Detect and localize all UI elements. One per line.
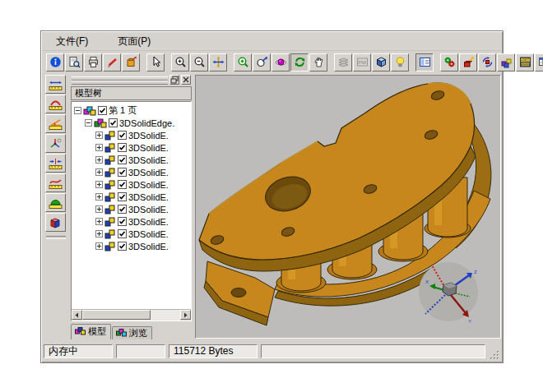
- panel-toggle-button[interactable]: [415, 53, 434, 71]
- zoom-out-button[interactable]: [190, 53, 208, 71]
- measure-arc-button[interactable]: [45, 95, 66, 113]
- tree-row-part[interactable]: 3DSolidE.: [72, 215, 191, 228]
- collapse-expander[interactable]: [85, 119, 92, 127]
- checkbox-checked[interactable]: [118, 192, 127, 201]
- tree-row-part[interactable]: 3DSolidE.: [72, 166, 191, 178]
- menu-page[interactable]: 页面(P): [114, 34, 154, 49]
- move-part-button[interactable]: [459, 53, 477, 71]
- part-node-icon: [104, 180, 116, 190]
- light-button[interactable]: [391, 53, 409, 71]
- checkbox-checked[interactable]: [118, 131, 127, 140]
- 3d-model-canvas[interactable]: X Y Z: [196, 76, 502, 340]
- measure-curve-button[interactable]: [45, 173, 66, 192]
- print-preview-button[interactable]: [65, 53, 83, 71]
- tree-row-part[interactable]: 3DSolidE.: [72, 191, 191, 203]
- about-button[interactable]: [46, 53, 64, 71]
- 3d-viewport[interactable]: X Y Z: [195, 75, 501, 339]
- tree-row-part[interactable]: 3DSolidE.: [72, 228, 191, 240]
- menu-file[interactable]: 文件(F): [53, 34, 91, 49]
- tree-node-label[interactable]: 3DSolidE.: [128, 229, 169, 239]
- expand-expander[interactable]: [95, 218, 103, 225]
- layers-button[interactable]: [334, 53, 352, 71]
- zoom-dynamic-button[interactable]: [253, 53, 271, 71]
- pan-hand-button[interactable]: [309, 53, 327, 71]
- tree-node-label[interactable]: 3DSolidE.: [128, 192, 169, 202]
- render-mode-button[interactable]: [372, 53, 390, 71]
- checkbox-checked[interactable]: [98, 106, 107, 115]
- status-bytes: 115712 Bytes: [169, 344, 258, 358]
- tree-node-label[interactable]: 3DSolidE.: [128, 131, 169, 141]
- red-pen-icon: [106, 56, 118, 68]
- checkbox-checked[interactable]: [118, 242, 127, 251]
- select-button[interactable]: [146, 53, 165, 71]
- rotate-part-button[interactable]: [478, 53, 496, 71]
- tree-row-part[interactable]: 3DSolidE.: [72, 203, 191, 215]
- expand-expander[interactable]: [95, 193, 103, 201]
- checkbox-checked[interactable]: [118, 168, 127, 177]
- scroll-left-button[interactable]: [72, 310, 82, 320]
- measure-angle-button[interactable]: [45, 114, 66, 133]
- close-panel-button[interactable]: [181, 75, 191, 85]
- measure-area-button[interactable]: [45, 193, 66, 212]
- tree-node-label[interactable]: 3DSolidE.: [128, 217, 169, 227]
- expand-expander[interactable]: [95, 242, 103, 250]
- tree-node-label[interactable]: 3DSolidE.: [128, 168, 169, 178]
- print-button[interactable]: [84, 53, 102, 71]
- checkbox-checked[interactable]: [118, 229, 127, 238]
- tree-row-part[interactable]: 3DSolidE.: [72, 154, 191, 166]
- tree-row-part[interactable]: 3DSolidE.: [72, 178, 191, 191]
- tree-node-label[interactable]: 3DSolidE.: [128, 143, 169, 153]
- float-panel-button[interactable]: [169, 75, 179, 85]
- expand-expander[interactable]: [95, 168, 103, 176]
- tree-node-label[interactable]: 3DSolidE.: [128, 242, 169, 251]
- scrollbar-track[interactable]: [82, 310, 180, 321]
- tree-row-part[interactable]: 3DSolidE.: [72, 129, 191, 141]
- measure-volume-button[interactable]: [45, 213, 66, 232]
- expand-expander[interactable]: [95, 156, 103, 164]
- pan-view-button[interactable]: [209, 53, 227, 71]
- zoom-in-button[interactable]: [171, 53, 189, 71]
- measure-gap-button[interactable]: [45, 154, 66, 173]
- tools-button[interactable]: [440, 53, 458, 71]
- tree-node-label[interactable]: 3DSolidE.: [128, 180, 169, 190]
- tree-node-label[interactable]: 3DSolidEdge.: [119, 118, 174, 128]
- checkbox-checked[interactable]: [118, 217, 127, 226]
- zoom-window-button[interactable]: [234, 53, 252, 71]
- pmi-button[interactable]: PMI: [353, 53, 371, 71]
- table-view-button[interactable]: [535, 53, 543, 71]
- tree-row-part[interactable]: 3DSolidE.: [72, 141, 191, 154]
- assembly-button[interactable]: [497, 53, 515, 71]
- checkbox-checked[interactable]: [118, 180, 127, 189]
- bom-button[interactable]: BOM: [516, 53, 534, 71]
- tab-model[interactable]: 模型: [71, 324, 111, 339]
- tree-row-assembly[interactable]: 3DSolidEdge.: [72, 117, 191, 129]
- export-button[interactable]: [122, 53, 140, 71]
- checkbox-checked[interactable]: [109, 118, 118, 127]
- expand-expander[interactable]: [95, 205, 103, 213]
- resize-grip[interactable]: [489, 348, 500, 361]
- tab-browse[interactable]: 浏览: [112, 326, 152, 339]
- collapse-expander[interactable]: [74, 107, 81, 114]
- expand-expander[interactable]: [95, 181, 103, 188]
- measure-coordinate-button[interactable]: [45, 134, 66, 153]
- orbit-button[interactable]: [272, 53, 290, 71]
- expand-expander[interactable]: [95, 144, 103, 151]
- tree-row-page[interactable]: 第 1 页: [72, 104, 191, 117]
- panel-grab-bar[interactable]: [70, 75, 193, 85]
- checkbox-checked[interactable]: [118, 143, 127, 152]
- left-arrow-icon: [74, 312, 80, 318]
- checkbox-checked[interactable]: [118, 155, 127, 164]
- tree-row-part[interactable]: 3DSolidE.: [72, 240, 191, 252]
- scrollbar-thumb[interactable]: [82, 310, 151, 320]
- edit-button[interactable]: [103, 53, 121, 71]
- expand-expander[interactable]: [95, 131, 103, 139]
- tree-node-label[interactable]: 3DSolidE.: [128, 155, 169, 165]
- horizontal-scrollbar[interactable]: [72, 309, 191, 321]
- tree-node-label[interactable]: 3DSolidE.: [128, 205, 169, 214]
- tree-node-label[interactable]: 第 1 页: [109, 104, 137, 117]
- scroll-right-button[interactable]: [180, 310, 191, 320]
- measure-distance-button[interactable]: [45, 75, 66, 94]
- spin-button[interactable]: [290, 53, 309, 71]
- checkbox-checked[interactable]: [118, 205, 127, 214]
- expand-expander[interactable]: [95, 230, 103, 238]
